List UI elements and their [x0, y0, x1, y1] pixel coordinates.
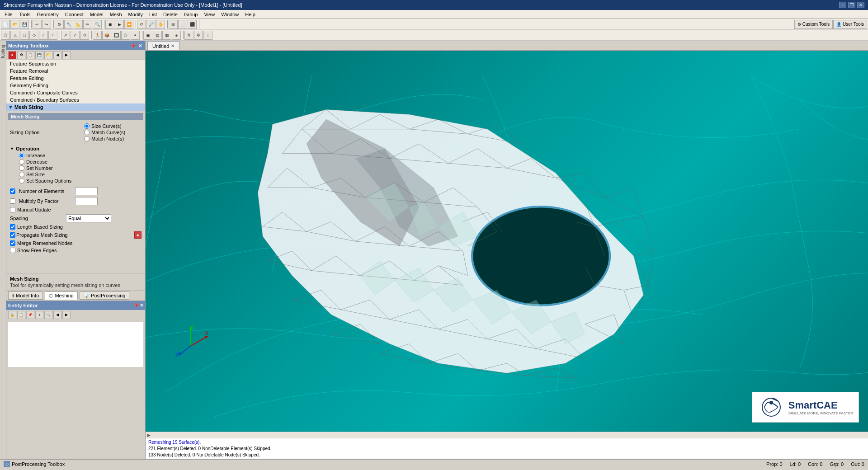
tb2-btn13[interactable]: ⬡ — [121, 31, 130, 40]
tb-btn4[interactable]: 🔧 — [64, 20, 73, 29]
tb-view2[interactable]: ⬛ — [188, 20, 197, 29]
tb2-btn8[interactable]: ⤢ — [71, 31, 80, 40]
sizing-option-label-1[interactable]: Size Curve(s) — [91, 123, 122, 129]
user-tools-btn[interactable]: 👤 User Tools — [833, 20, 867, 29]
merge-checkbox[interactable] — [10, 240, 15, 246]
nav-geometry-editing[interactable]: Geometry Editing — [6, 82, 145, 89]
viewport[interactable]: Y X Z — [146, 51, 868, 432]
op-set-number-radio[interactable] — [19, 165, 24, 171]
nav-composite-curves[interactable]: Combined / Composite Curves — [6, 89, 145, 96]
merge-label[interactable]: Merge Remeshed Nodes — [17, 240, 72, 246]
menu-delete[interactable]: Delete — [160, 11, 180, 18]
minimize-button[interactable]: − — [839, 2, 846, 8]
tb-btn10[interactable]: ⏩ — [124, 20, 133, 29]
manual-update-label[interactable]: Manual Update — [17, 207, 51, 212]
toolbox-tb-5[interactable]: ◀ — [53, 51, 61, 59]
menu-group[interactable]: Group — [181, 11, 201, 18]
tb2-btn20[interactable]: ⟱ — [194, 31, 203, 40]
menu-help[interactable]: Help — [242, 11, 258, 18]
nav-boundary-surfaces[interactable]: Combined / Boundary Surfaces — [6, 96, 145, 103]
tb-new[interactable]: 📄 — [1, 20, 10, 29]
toolbox-tb-1[interactable]: ⚙ — [17, 51, 25, 59]
menu-file[interactable]: File — [2, 11, 15, 18]
tb2-btn4[interactable]: ◇ — [29, 31, 38, 40]
menu-window[interactable]: Window — [218, 11, 241, 18]
sizing-option-radio-1[interactable] — [84, 123, 90, 129]
operation-collapse[interactable]: ▼ Operation — [8, 145, 143, 152]
tb2-btn14[interactable]: ✦ — [131, 31, 140, 40]
tb2-btn5[interactable]: ○ — [39, 31, 48, 40]
entity-next-btn[interactable]: ▶ — [62, 311, 71, 319]
tb2-btn10[interactable]: 🏃 — [93, 31, 102, 40]
sizing-option-radio-2[interactable] — [84, 130, 90, 135]
tb2-btn3[interactable]: □ — [20, 31, 29, 40]
menu-view[interactable]: View — [201, 11, 217, 18]
menu-modify[interactable]: Modify — [126, 11, 146, 18]
toolbox-tb-red[interactable]: ● — [8, 51, 16, 59]
propagate-color-btn[interactable]: ■ — [134, 231, 142, 239]
tab-model-info[interactable]: ℹ Model Info — [8, 291, 43, 300]
menu-tools[interactable]: Tools — [16, 11, 33, 18]
tb2-btn17[interactable]: ▦ — [162, 31, 171, 40]
entity-prev-btn[interactable]: ◀ — [53, 311, 61, 319]
entity-lock-btn[interactable]: 🔒 — [8, 311, 16, 319]
output-content[interactable]: Remeshing 19 Surface(s). 221 Element(s) … — [146, 438, 868, 459]
multiply-input[interactable]: 2. — [75, 197, 98, 205]
show-free-edges-label[interactable]: Show Free Edges — [17, 248, 57, 253]
output-line-1[interactable]: Remeshing 19 Surface(s). — [148, 439, 865, 446]
op-set-number-label[interactable]: Set Number — [26, 165, 53, 171]
tb2-btn18[interactable]: ◈ — [172, 31, 181, 40]
propagate-checkbox[interactable] — [10, 232, 15, 238]
num-elements-checkbox[interactable] — [10, 188, 15, 194]
sizing-option-label-2[interactable]: Match Curve(s) — [91, 130, 125, 135]
tb2-btn12[interactable]: 🔲 — [112, 31, 121, 40]
multiply-checkbox[interactable] — [10, 198, 15, 204]
op-set-spacing-label[interactable]: Set Spacing Options — [26, 178, 71, 183]
menu-mesh[interactable]: Mesh — [107, 11, 125, 18]
custom-tools-btn[interactable]: ⚙ Custom Tools — [794, 20, 833, 29]
tb-btn9[interactable]: ▶ — [115, 20, 124, 29]
entity-sort-btn[interactable]: ↕ — [35, 311, 43, 319]
tab-postprocessing[interactable]: 📊 PostProcessing — [80, 291, 129, 300]
vertical-tab-label[interactable]: Tooling — [0, 43, 6, 61]
menu-geometry[interactable]: Geometry — [34, 11, 61, 18]
sizing-option-label-3[interactable]: Match Node(s) — [91, 136, 124, 141]
entity-paste-btn[interactable]: 📌 — [26, 311, 34, 319]
toolbox-close-btn[interactable]: ✕ — [137, 43, 143, 48]
op-set-spacing-radio[interactable] — [19, 178, 24, 183]
tb-open[interactable]: 📂 — [10, 20, 19, 29]
nav-feature-removal[interactable]: Feature Removal — [6, 67, 145, 75]
toolbox-tb-3[interactable]: 💾 — [35, 51, 43, 59]
close-button[interactable]: ✕ — [857, 2, 864, 8]
nav-mesh-sizing[interactable]: ▼ Mesh Sizing — [6, 103, 145, 111]
tb2-btn16[interactable]: ▤ — [153, 31, 162, 40]
tb2-btn6[interactable]: + — [48, 31, 57, 40]
entity-close-btn[interactable]: ✕ — [140, 303, 143, 308]
toolbox-tb-4[interactable]: 📂 — [44, 51, 52, 59]
length-based-label[interactable]: Length Based Sizing — [17, 224, 63, 230]
tb2-btn9[interactable]: ⟲ — [80, 31, 89, 40]
tb-redo[interactable]: ↪ — [42, 20, 51, 29]
menu-list[interactable]: List — [146, 11, 160, 18]
tb-btn8[interactable]: ◼ — [105, 20, 114, 29]
tb2-btn19[interactable]: ⟰ — [184, 31, 193, 40]
entity-filter-btn[interactable]: 🔍 — [44, 311, 52, 319]
tb-btn5[interactable]: 📐 — [74, 20, 83, 29]
op-decrease-radio[interactable] — [19, 159, 24, 164]
spacing-select[interactable]: Equal Proportional Biased — [66, 214, 111, 222]
length-based-checkbox[interactable] — [10, 224, 15, 230]
op-increase-label[interactable]: Increase — [26, 153, 45, 158]
op-increase-radio[interactable] — [19, 153, 24, 158]
manual-update-checkbox[interactable] — [10, 207, 15, 212]
tb-pan[interactable]: ✋ — [156, 20, 165, 29]
tb-undo[interactable]: ↩ — [33, 20, 42, 29]
op-decrease-label[interactable]: Decrease — [26, 159, 47, 164]
nav-feature-editing[interactable]: Feature Editing — [6, 75, 145, 82]
output-line-4[interactable]: Remeshing 19 Surface(s). — [148, 458, 865, 459]
entity-pin-btn[interactable]: 📌 — [133, 303, 139, 308]
tb-save[interactable]: 💾 — [20, 20, 29, 29]
tb2-btn2[interactable]: △ — [10, 31, 19, 40]
op-set-size-radio[interactable] — [19, 172, 24, 177]
doc-tab-untitled[interactable]: Untitled ✕ — [147, 41, 179, 50]
tb-view1[interactable]: ⬜ — [178, 20, 187, 29]
